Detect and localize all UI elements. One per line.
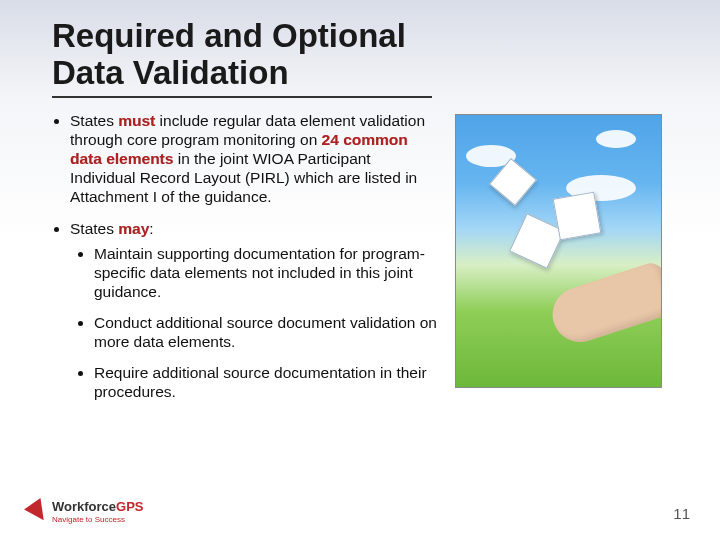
logo-arrow-icon bbox=[24, 498, 52, 526]
text-column: States must include regular data element… bbox=[52, 112, 437, 416]
b1-pre: States bbox=[70, 112, 118, 129]
puzzle-piece-icon bbox=[553, 192, 602, 241]
logo-text: WorkforceGPS bbox=[52, 500, 144, 513]
bullet-1: States must include regular data element… bbox=[70, 112, 437, 207]
logo-word2: GPS bbox=[116, 499, 143, 514]
logo-tagline: Navigate to Success bbox=[52, 515, 144, 524]
cloud-icon bbox=[596, 130, 636, 148]
logo-text-block: WorkforceGPS Navigate to Success bbox=[52, 500, 144, 524]
sub-bullet-c: Require additional source documentation … bbox=[94, 364, 437, 402]
footer-logo: WorkforceGPS Navigate to Success bbox=[28, 500, 144, 524]
slide: Required and Optional Data Validation St… bbox=[0, 0, 720, 540]
page-number: 11 bbox=[673, 505, 690, 522]
slide-title: Required and Optional Data Validation bbox=[52, 18, 432, 98]
content-row: States must include regular data element… bbox=[52, 112, 680, 416]
logo-word1: Workforce bbox=[52, 499, 116, 514]
b1-must: must bbox=[118, 112, 155, 129]
b2-may: may bbox=[118, 220, 149, 237]
hand-icon bbox=[545, 260, 662, 349]
decorative-image bbox=[455, 114, 662, 388]
b2-colon: : bbox=[149, 220, 153, 237]
b2-pre: States bbox=[70, 220, 118, 237]
bullet-2: States may: Maintain supporting document… bbox=[70, 220, 437, 401]
bullet-list: States must include regular data element… bbox=[52, 112, 437, 402]
sub-bullet-a: Maintain supporting documentation for pr… bbox=[94, 245, 437, 302]
sub-bullet-list: Maintain supporting documentation for pr… bbox=[70, 245, 437, 401]
sub-bullet-b: Conduct additional source document valid… bbox=[94, 314, 437, 352]
